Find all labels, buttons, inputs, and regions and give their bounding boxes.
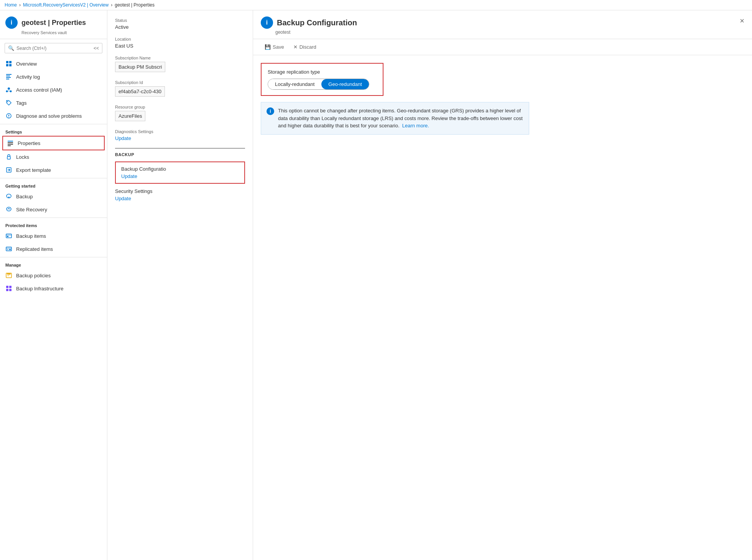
- backup-section-divider: [115, 148, 245, 148]
- sidebar-item-diagnose[interactable]: Diagnose and solve problems: [0, 109, 107, 122]
- sidebar-nav: Overview Activity log Access control (IA…: [0, 57, 107, 560]
- svg-point-10: [10, 91, 12, 92]
- security-settings-label: Security Settings: [115, 188, 245, 194]
- sidebar-item-backup-policies[interactable]: Backup policies: [0, 269, 107, 282]
- sidebar-item-backup-infrastructure[interactable]: Backup Infrastructure: [0, 282, 107, 295]
- svg-point-11: [7, 101, 8, 102]
- storage-rep-label: Storage replication type: [268, 69, 377, 75]
- svg-rect-31: [6, 289, 8, 291]
- sidebar-item-site-recovery[interactable]: Site Recovery: [0, 203, 107, 216]
- sidebar-item-locks[interactable]: Locks: [0, 150, 107, 163]
- backup-icon: [5, 193, 12, 200]
- access-icon: [5, 86, 12, 93]
- properties-label: Properties: [18, 140, 40, 146]
- backup-config-title: Backup Configuratio: [121, 166, 239, 172]
- breadcrumb-overview[interactable]: Microsoft.RecoveryServicesV2 | Overview: [23, 2, 109, 8]
- sidebar-item-tags[interactable]: Tags: [0, 96, 107, 109]
- panel-toolbar: 💾 Save ✕ Discard: [253, 39, 752, 55]
- properties-panel: Status Active Location East US Subscript…: [107, 10, 253, 560]
- save-icon: 💾: [265, 44, 271, 50]
- diagnostics-update-link[interactable]: Update: [115, 135, 131, 141]
- panel-subtitle: geotest: [275, 30, 744, 35]
- subscription-id-value: ef4ab5a7-c2c0-430: [115, 86, 165, 97]
- collapse-icon[interactable]: <<: [94, 46, 99, 51]
- storage-replication-box: Storage replication type Locally-redunda…: [261, 63, 383, 96]
- status-field: Status Active: [115, 18, 245, 30]
- security-settings-link[interactable]: Update: [115, 196, 131, 201]
- svg-rect-32: [9, 289, 12, 291]
- diagnostics-field: Diagnostics Settings Update: [115, 129, 245, 141]
- info-box: i This option cannot be changed after pr…: [261, 102, 529, 135]
- divider-1: [0, 124, 107, 124]
- panel-title-icon: i: [261, 16, 273, 29]
- geo-redundant-option[interactable]: Geo-redundant: [321, 79, 369, 89]
- status-label: Status: [115, 18, 245, 23]
- replicated-items-label: Replicated items: [16, 246, 53, 252]
- svg-rect-14: [8, 141, 13, 142]
- sidebar-header: i geotest | Properties Recovery Services…: [0, 10, 107, 39]
- discard-icon: ✕: [293, 44, 298, 50]
- breadcrumb: Home › Microsoft.RecoveryServicesV2 | Ov…: [0, 0, 752, 10]
- sidebar-item-properties[interactable]: Properties: [2, 136, 105, 150]
- svg-rect-24: [7, 249, 8, 250]
- overview-label: Overview: [16, 61, 37, 67]
- activity-log-label: Activity log: [16, 74, 40, 80]
- storage-toggle-group: Locally-redundant Geo-redundant: [268, 79, 369, 90]
- svg-rect-28: [7, 273, 11, 274]
- divider-2: [0, 178, 107, 178]
- location-field: Location East US: [115, 37, 245, 49]
- svg-rect-0: [6, 61, 8, 63]
- site-recovery-icon: [5, 206, 12, 213]
- location-label: Location: [115, 37, 245, 41]
- activity-icon: [5, 73, 12, 80]
- svg-point-9: [6, 91, 8, 92]
- backup-config-box: Backup Configuratio Update: [115, 161, 245, 184]
- save-button[interactable]: 💾 Save: [261, 42, 288, 52]
- subscription-name-field: Subscription Name Backup PM Subscri: [115, 56, 245, 73]
- backup-config-update-link[interactable]: Update: [121, 173, 137, 179]
- diagnostics-label: Diagnostics Settings: [115, 129, 245, 134]
- search-input[interactable]: [16, 46, 91, 51]
- sidebar-item-backup[interactable]: Backup: [0, 190, 107, 203]
- svg-point-8: [8, 87, 10, 90]
- learn-more-link[interactable]: Learn more.: [402, 123, 429, 128]
- export-icon: [5, 166, 12, 173]
- panel-header-wrapper: i Backup Configuration geotest ×: [253, 10, 752, 39]
- tags-icon: [5, 99, 12, 106]
- info-box-text: This option cannot be changed after prot…: [278, 107, 523, 130]
- svg-rect-7: [6, 79, 9, 79]
- sidebar-item-export-template[interactable]: Export template: [0, 163, 107, 176]
- status-value: Active: [115, 24, 245, 30]
- sidebar-item-backup-items[interactable]: Backup items: [0, 229, 107, 242]
- locally-redundant-option[interactable]: Locally-redundant: [268, 79, 321, 89]
- resource-group-label: Resource group: [115, 105, 245, 109]
- svg-rect-17: [8, 145, 11, 146]
- divider-4: [0, 257, 107, 257]
- properties-icon: [7, 140, 14, 147]
- svg-rect-21: [7, 236, 8, 237]
- svg-rect-18: [7, 156, 10, 159]
- svg-rect-6: [6, 77, 11, 78]
- breadcrumb-home[interactable]: Home: [5, 2, 17, 8]
- panel-close-button[interactable]: ×: [740, 16, 744, 25]
- resource-group-field: Resource group AzureFiles: [115, 105, 245, 122]
- backup-infrastructure-label: Backup Infrastructure: [16, 286, 64, 292]
- backup-label: Backup: [16, 194, 33, 199]
- info-box-icon: i: [267, 107, 274, 115]
- svg-rect-29: [6, 286, 8, 288]
- sidebar-item-overview[interactable]: Overview: [0, 57, 107, 70]
- locks-label: Locks: [16, 154, 29, 160]
- breadcrumb-current: geotest | Properties: [115, 2, 155, 8]
- subscription-id-label: Subscription Id: [115, 80, 245, 85]
- svg-rect-2: [6, 64, 8, 66]
- svg-rect-15: [8, 142, 13, 143]
- sidebar-item-access-control[interactable]: Access control (IAM): [0, 83, 107, 96]
- access-control-label: Access control (IAM): [16, 87, 62, 93]
- tags-label: Tags: [16, 100, 26, 106]
- discard-button[interactable]: ✕ Discard: [290, 42, 320, 52]
- discard-label: Discard: [299, 44, 316, 50]
- vault-icon: i: [5, 16, 18, 29]
- sidebar-item-activity-log[interactable]: Activity log: [0, 70, 107, 83]
- search-box[interactable]: 🔍 <<: [5, 43, 102, 53]
- sidebar-item-replicated-items[interactable]: Replicated items: [0, 242, 107, 255]
